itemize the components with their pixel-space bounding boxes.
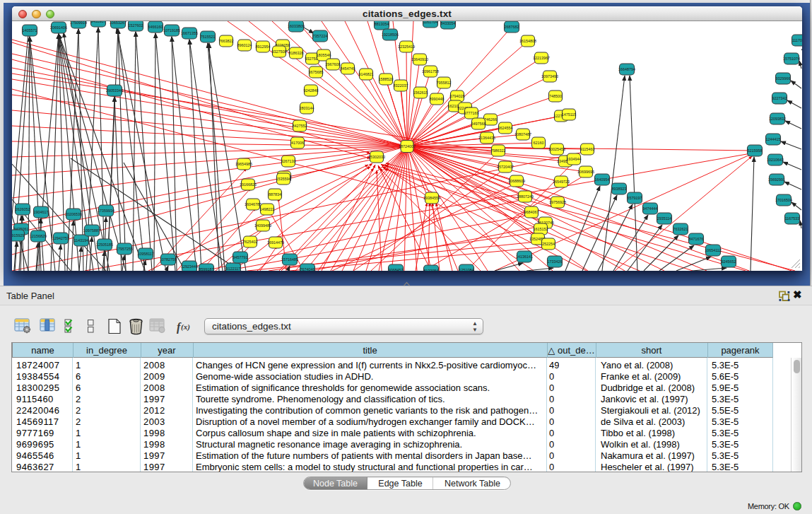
- svg-text:748500: 748500: [549, 94, 562, 98]
- svg-text:10958117: 10958117: [137, 252, 154, 256]
- svg-text:3915929: 3915929: [12, 233, 25, 238]
- svg-text:10654112: 10654112: [705, 248, 722, 252]
- svg-text:1527602: 1527602: [129, 23, 143, 28]
- svg-text:6579197: 6579197: [628, 196, 642, 200]
- svg-text:12213967: 12213967: [533, 56, 550, 60]
- svg-text:10782759: 10782759: [160, 257, 177, 262]
- svg-text:25302033: 25302033: [368, 155, 385, 159]
- svg-text:10961758: 10961758: [422, 69, 439, 74]
- svg-text:20206536: 20206536: [65, 212, 82, 216]
- svg-text:17957255: 17957255: [116, 247, 133, 251]
- svg-text:10975887: 10975887: [83, 228, 100, 233]
- svg-text:7986322: 7986322: [491, 148, 506, 153]
- svg-text:16154808: 16154808: [519, 39, 536, 43]
- svg-text:417006: 417006: [291, 141, 304, 145]
- svg-text:16549723: 16549723: [553, 180, 570, 184]
- svg-text:15692991: 15692991: [768, 177, 785, 182]
- svg-text:18724007: 18724007: [399, 144, 416, 148]
- svg-text:9242848: 9242848: [304, 88, 319, 93]
- svg-text:1805546: 1805546: [317, 53, 331, 57]
- svg-text:2626052: 2626052: [16, 207, 30, 211]
- svg-text:10653267: 10653267: [110, 21, 126, 25]
- svg-text:7674046: 7674046: [300, 267, 315, 271]
- svg-text:10025453: 10025453: [548, 147, 565, 151]
- svg-text:2935114: 2935114: [657, 216, 672, 221]
- svg-text:12942757: 12942757: [52, 236, 69, 240]
- svg-text:17359934: 17359934: [98, 209, 114, 213]
- svg-text:6794028: 6794028: [450, 94, 465, 98]
- svg-text:16033809: 16033809: [288, 24, 305, 28]
- svg-text:8990448: 8990448: [430, 97, 445, 101]
- svg-text:2967608: 2967608: [326, 62, 341, 66]
- svg-text:1143194: 1143194: [74, 238, 89, 243]
- svg-text:6466160: 6466160: [148, 25, 163, 29]
- svg-text:1934944: 1934944: [567, 157, 582, 161]
- svg-text:887834: 887834: [269, 192, 281, 197]
- svg-text:19384554: 19384554: [423, 196, 440, 200]
- svg-text:9227342: 9227342: [772, 96, 787, 100]
- svg-text:3267130: 3267130: [281, 159, 296, 163]
- svg-text:8938923: 8938923: [612, 187, 627, 191]
- svg-text:8186328: 8186328: [289, 51, 304, 55]
- svg-text:19166825: 19166825: [240, 182, 257, 187]
- svg-text:12156829: 12156829: [30, 234, 47, 238]
- svg-text:252254: 252254: [542, 242, 555, 246]
- svg-text:1562615: 1562615: [413, 90, 428, 95]
- svg-text:62160: 62160: [534, 141, 544, 145]
- svg-text:9474444: 9474444: [643, 206, 658, 211]
- svg-text:8471676: 8471676: [689, 237, 704, 241]
- svg-text:1733426: 1733426: [548, 259, 563, 264]
- svg-text:9329966: 9329966: [776, 76, 791, 81]
- svg-text:1498222: 1498222: [260, 207, 275, 211]
- svg-text:7663822: 7663822: [219, 39, 234, 43]
- svg-text:17016504: 17016504: [775, 198, 792, 202]
- svg-text:7357224: 7357224: [313, 34, 328, 38]
- svg-text:8427552: 8427552: [293, 124, 307, 128]
- svg-text:8322037: 8322037: [394, 83, 408, 88]
- svg-text:8912954: 8912954: [256, 45, 271, 49]
- svg-text:29053346: 29053346: [106, 88, 123, 93]
- svg-text:9457791: 9457791: [233, 255, 248, 259]
- svg-text:18807249: 18807249: [517, 194, 534, 199]
- svg-text:14099489: 14099489: [254, 223, 271, 228]
- svg-text:1904617: 1904617: [34, 210, 49, 214]
- svg-text:7632621: 7632621: [673, 227, 688, 231]
- svg-text:19218506: 19218506: [382, 33, 399, 37]
- svg-text:1588520: 1588520: [379, 77, 394, 81]
- svg-text:16671355: 16671355: [181, 31, 198, 35]
- svg-text:15751074: 15751074: [783, 57, 800, 61]
- svg-text:1161704: 1161704: [423, 21, 438, 24]
- svg-text:1535594: 1535594: [276, 177, 291, 181]
- svg-text:8133054: 8133054: [424, 269, 439, 271]
- svg-text:(x): (x): [181, 322, 190, 332]
- svg-text:19654985: 19654985: [235, 162, 252, 166]
- svg-text:12923446: 12923446: [181, 264, 198, 269]
- svg-text:746266: 746266: [484, 117, 497, 122]
- svg-text:9122117: 9122117: [226, 267, 241, 271]
- svg-text:3675685: 3675685: [309, 70, 324, 74]
- svg-text:3624554: 3624554: [498, 126, 513, 130]
- svg-text:8960124: 8960124: [237, 43, 252, 47]
- svg-text:9115460: 9115460: [580, 147, 595, 151]
- svg-text:7955812: 7955812: [437, 81, 452, 85]
- svg-text:9460907: 9460907: [91, 21, 106, 23]
- svg-text:10688609: 10688609: [508, 179, 525, 183]
- svg-text:5215958: 5215958: [748, 148, 763, 153]
- svg-text:10807487: 10807487: [514, 132, 531, 136]
- svg-text:6497568: 6497568: [471, 122, 486, 126]
- svg-text:2687682: 2687682: [505, 25, 519, 29]
- svg-text:7515521: 7515521: [201, 35, 216, 39]
- svg-text:15716485: 15716485: [281, 257, 298, 262]
- svg-text:10973493: 10973493: [541, 74, 558, 78]
- svg-text:9777169: 9777169: [464, 111, 479, 115]
- svg-text:9068457: 9068457: [389, 268, 404, 271]
- svg-text:19756928: 19756928: [549, 200, 566, 204]
- svg-text:8599187: 8599187: [199, 267, 214, 271]
- svg-text:1167533: 1167533: [785, 216, 800, 221]
- svg-text:16648794: 16648794: [618, 67, 635, 71]
- svg-text:15720407: 15720407: [497, 165, 514, 169]
- svg-text:16914479: 16914479: [267, 240, 284, 245]
- svg-text:1640954: 1640954: [595, 177, 610, 182]
- svg-text:8433054: 8433054: [441, 21, 456, 25]
- svg-text:1117042: 1117042: [792, 38, 802, 42]
